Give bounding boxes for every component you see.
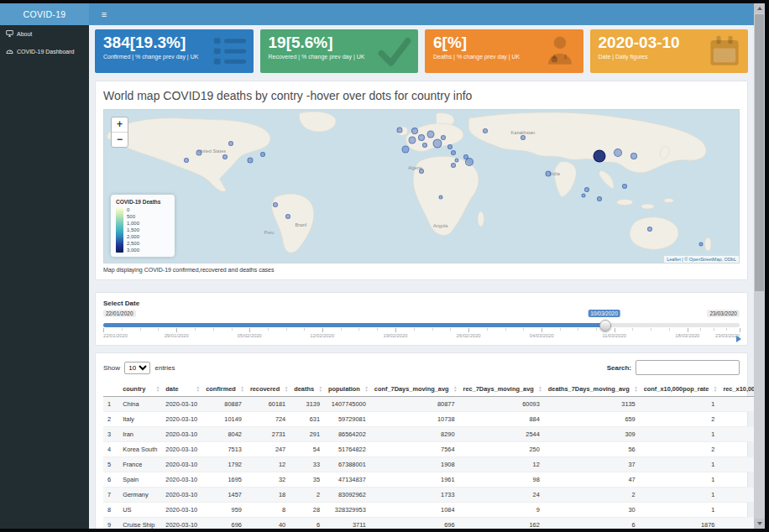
map-dot[interactable] [451,163,456,168]
map-dot[interactable] [698,243,703,247]
map-dot[interactable] [260,152,265,157]
table-cell: 2 [290,488,324,503]
map-dot[interactable] [396,127,402,133]
legend-tick: 0 [127,207,139,212]
table-row[interactable]: 9Cruise Ship2020-03-10696406371169616261… [103,518,754,529]
table-row[interactable]: 3Iran2020-03-108042273129186564202829025… [103,427,754,442]
map-dot[interactable] [273,202,278,207]
table-cell: 1 [719,488,754,503]
map-attribution[interactable]: Leaflet | © OpenStreetMap, ODbL [664,256,739,263]
column-header[interactable]: conf_7Days_moving_avg▲▼ [370,382,459,397]
map-dot[interactable] [521,135,526,140]
entries-select[interactable]: 10 [124,362,150,374]
map-dot[interactable] [546,171,552,177]
zoom-in-button[interactable]: + [112,117,128,132]
map-dot[interactable] [647,227,652,232]
map-dot[interactable] [614,149,622,157]
vertical-scrollbar[interactable] [754,3,765,529]
slider-minor-tick [669,328,670,331]
doctor-icon [542,34,578,69]
table-row[interactable]: 6Spain2020-03-10169532354713483719619847… [103,472,754,488]
column-header[interactable]: deaths_7Days_moving_avg▲▼ [544,382,640,397]
column-header[interactable]: country▲▼ [118,382,161,397]
map-dot[interactable] [222,154,228,159]
table-cell: 1457 [201,488,246,503]
sidebar-item-covid19-dashboard[interactable]: COVID-19 Dashboard [0,43,89,60]
slider-tick-label: 05/02/2020 [238,333,262,338]
column-header[interactable]: conf_x10,000pop_rate▲▼ [640,382,719,397]
slider-minor-tick [358,328,359,331]
column-header[interactable]: recovered▲▼ [246,382,290,397]
column-header[interactable]: rec_x10,000pop_rate▲▼ [719,382,754,397]
map-dot[interactable] [441,135,446,140]
map-dot[interactable] [463,154,468,159]
table-cell: Iran [118,427,161,442]
column-header[interactable]: date▲▼ [161,382,201,397]
map-dot[interactable] [593,149,605,162]
map-dot[interactable] [419,169,424,174]
table-cell: 884 [459,412,544,427]
table-row[interactable]: 7Germany2020-03-101457182830929621733242… [103,488,754,503]
column-header[interactable] [103,382,118,397]
map-dot[interactable] [247,158,253,164]
table-cell: 1 [640,427,719,442]
table-row[interactable]: 2Italy2020-03-10101497246315972908110738… [103,412,754,427]
table-row[interactable]: 8US2020-03-109598283283299531084930111 [103,503,754,518]
map-dot[interactable] [422,143,427,148]
sort-arrows-icon: ▲▼ [714,386,718,393]
table-cell: 2020-03-10 [161,472,201,488]
slider-play-button[interactable] [736,336,741,342]
map-dot[interactable] [451,150,456,155]
map-dot[interactable] [427,131,435,138]
table-cell: 18 [246,488,290,503]
legend-tick: 2,000 [127,234,139,239]
slider-track[interactable] [103,323,740,327]
map-dot[interactable] [581,193,585,197]
column-header[interactable]: rec_7Days_moving_avg▲▼ [459,382,544,397]
column-header[interactable]: population▲▼ [324,382,370,397]
map-dot[interactable] [630,153,637,159]
app-brand[interactable]: COVID-19 [0,3,89,25]
map-dot[interactable] [584,187,589,192]
map-dot[interactable] [438,195,442,199]
map-dot[interactable] [483,128,488,133]
sidebar-item-label: COVID-19 Dashboard [17,49,74,55]
table-cell: 959 [201,503,246,518]
vertical-scroll-thumb[interactable] [755,14,764,291]
map-dot[interactable] [454,159,458,163]
map-dot[interactable] [432,139,442,149]
search-input[interactable] [636,360,740,375]
table-row[interactable]: 5France2020-03-1017921233673880011908123… [103,457,754,472]
table-cell: 1876 [640,518,719,529]
column-header[interactable]: confirmed▲▼ [201,382,246,397]
table-header: country▲▼date▲▼confirmed▲▼recovered▲▼dea… [103,382,754,397]
table-cell: 9 [459,503,544,518]
leaflet-map[interactable]: United StatesKazakhstanIndiaAlgériePeruB… [103,109,740,263]
map-dot[interactable] [447,144,453,149]
scroll-up-arrow-icon[interactable] [754,3,765,13]
table-row[interactable]: 4Korea South2020-03-10751324754517648227… [103,442,754,457]
map-dot[interactable] [597,196,602,201]
scroll-down-arrow-icon[interactable] [754,519,765,529]
dashboard-app: COVID-19 ≡ About COVID-19 Dashboard 38 [0,3,765,529]
slider-major-tick [176,328,177,332]
map-dot[interactable] [196,149,202,155]
slider-handle[interactable] [599,320,611,331]
sidebar-toggle-button[interactable]: ≡ [89,3,119,25]
sort-arrows-icon: ▲▼ [285,386,289,393]
map-dot[interactable] [228,141,233,146]
column-header[interactable]: deaths▲▼ [290,382,324,397]
map-dot[interactable] [285,214,290,219]
column-header-label: date [165,385,178,393]
map-dot[interactable] [418,134,425,141]
table-cell: 60181 [246,397,290,412]
map-country-label: United States [198,149,226,154]
map-dot[interactable] [622,184,627,189]
map-dot[interactable] [184,158,189,163]
map-dot[interactable] [408,137,416,144]
table-row[interactable]: 1China2020-03-10808876018131391407745000… [103,397,754,412]
zoom-out-button[interactable]: − [112,132,128,147]
map-dot[interactable] [402,146,410,154]
map-dot[interactable] [411,128,418,134]
sidebar-item-about[interactable]: About [0,25,89,43]
